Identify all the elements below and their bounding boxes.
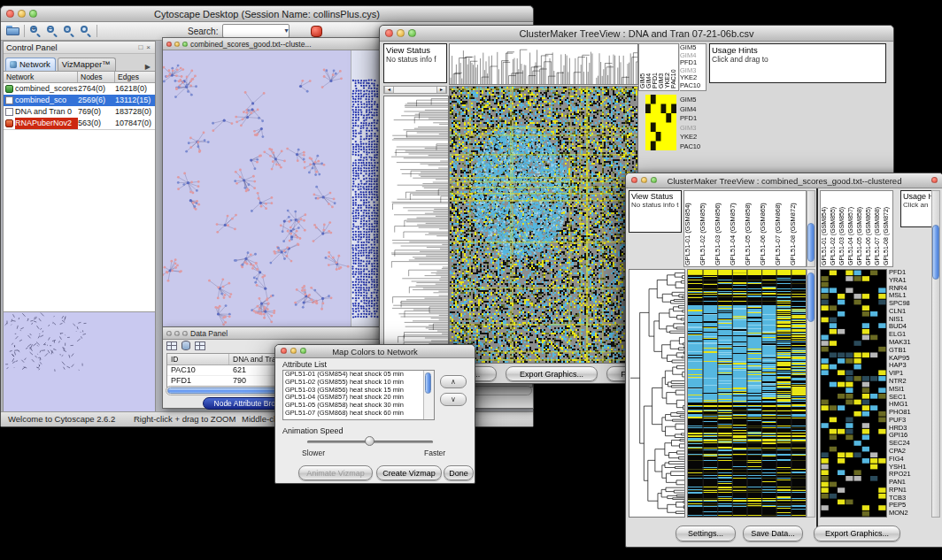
column-label[interactable]: GIM4 [645,44,652,88]
column-label[interactable]: GPL51-08 (GSM872) [883,191,892,265]
vertical-scrollbar[interactable] [807,269,815,518]
slider-thumb[interactable] [365,436,374,446]
delete-attribute-icon[interactable] [195,341,205,350]
search-input[interactable]: ▾ [222,24,290,38]
close-panel-icon[interactable]: × [144,43,152,51]
network-list-row[interactable]: DNA and Tran 0769(0)183728(0) [4,106,155,118]
export-graphics-button[interactable]: Export Graphics... [506,366,598,381]
column-label[interactable]: GPL51-05 (GSM858) [856,191,865,265]
gene-label[interactable]: PFD1 [680,114,710,124]
main-titlebar[interactable]: Cytoscape Desktop (Session Name: collins… [1,6,533,22]
column-label[interactable]: YKE2 [664,44,670,88]
close-button[interactable] [6,10,14,18]
zoom-button[interactable] [408,29,416,37]
column-label[interactable]: GPL51-04 (GSM857) [730,191,745,265]
frame-close-icon[interactable] [166,42,172,47]
animate-vizmap-button[interactable]: Animate Vizmap [298,465,373,480]
column-header-edges[interactable]: Edges [115,72,155,82]
settings-button[interactable]: Settings... [676,525,736,541]
column-label[interactable]: GIM3 [658,44,664,88]
zoom-fit-icon[interactable]: ▫ [63,25,75,37]
column-label[interactable]: GPL51-01 (GSM854) [821,191,830,265]
column-dendrogram-canvas[interactable] [449,43,638,85]
listbox-scrollbar[interactable] [423,371,434,419]
heatmap-canvas[interactable] [449,86,638,364]
frame-zoom-icon[interactable] [182,331,188,336]
close-button[interactable] [281,348,287,354]
create-attribute-icon[interactable] [181,341,190,350]
scroll-left-icon[interactable]: ◂ [384,87,394,93]
frame-minimize-icon[interactable] [174,331,180,336]
column-label[interactable]: PFD1 [652,44,658,88]
create-vizmap-button[interactable]: Create Vizmap [376,465,442,480]
attribute-listbox[interactable]: GPL51-01 (GSM854) heat shock 05 minGPL51… [282,370,435,420]
heatmap-canvas[interactable] [687,269,807,518]
network-list-row[interactable]: RNAPuberNov2563(0)107847(0) [4,118,155,129]
map-colors-titlebar[interactable]: Map Colors to Network [275,345,475,358]
minimize-button[interactable] [18,10,26,18]
scrollbar-thumb[interactable] [807,223,815,262]
close-button[interactable] [631,177,637,183]
row-dendrogram-canvas[interactable] [383,96,449,364]
scroll-right-icon[interactable]: ▸ [436,87,446,93]
float-panel-icon[interactable]: □ [136,43,144,51]
gene-label[interactable]: YKE2 [680,133,710,142]
column-header-id[interactable]: ID [167,354,229,364]
column-label[interactable]: GPL51-04 (GSM857) [847,191,856,265]
vertical-scrollbar[interactable] [807,190,815,267]
column-label[interactable]: GPL51-05 (GSM858) [745,191,760,265]
zoom-button[interactable] [300,348,306,354]
minimize-button[interactable] [641,177,647,183]
done-button[interactable]: Done [444,465,474,480]
column-label[interactable]: GPL51-08 (GSM872) [790,191,805,265]
similarity-matrix-canvas[interactable] [645,95,676,150]
treeview-dna-titlebar[interactable]: ClusterMaker TreeView : DNA and Tran 07-… [380,26,893,42]
gene-label[interactable]: GIM4 [680,105,710,115]
zoom-in-icon[interactable]: + [29,25,42,37]
column-header-nodes[interactable]: Nodes [78,72,115,82]
minimize-button[interactable] [397,29,405,37]
zoom-out-icon[interactable]: − [46,25,58,37]
move-up-button[interactable]: ∧ [440,375,467,388]
magnifier-icon[interactable] [80,25,92,37]
tab-vizmapper[interactable]: VizMapper™ [58,58,116,71]
gene-label[interactable]: PAC10 [680,82,706,90]
column-label[interactable]: GPL51-03 (GSM856) [838,191,847,265]
zoom-button[interactable] [651,177,657,183]
select-attributes-icon[interactable] [166,341,177,350]
open-folder-icon[interactable] [6,26,19,36]
export-graphics-button[interactable]: Export Graphics... [814,525,900,541]
vertical-scrollbar[interactable] [931,190,940,518]
scrollbar-thumb[interactable] [932,225,939,280]
column-label[interactable]: GPL51-07 (GSM868) [874,191,883,265]
move-down-button[interactable]: ∨ [440,393,467,406]
treeview-combined-titlebar[interactable]: ClusterMaker TreeView : combined_scores_… [626,173,942,188]
column-label[interactable]: GPL51-01 (GSM854) [684,191,699,265]
gene-label[interactable]: GIM3 [680,124,710,134]
horizontal-scrollbar[interactable]: ◂ ▸ [383,86,447,94]
error-badge-icon[interactable] [311,26,322,37]
gene-label[interactable]: MON2 [889,510,930,518]
frame-close-icon[interactable] [166,331,172,336]
network-view-titlebar[interactable]: combined_scores_good.txt--cluste... [163,38,380,50]
frame-minimize-icon[interactable] [174,42,180,47]
column-label[interactable]: GPL51-03 (GSM856) [714,191,730,265]
column-label[interactable]: GIM5 [639,44,645,88]
tab-scroll-right-button[interactable]: ▶ [143,63,153,71]
scrollbar-thumb[interactable] [807,272,815,322]
network-list-row[interactable]: combined_scores2764(0)16218(0) [4,83,155,95]
frame-zoom-icon[interactable] [182,42,188,47]
zoom-heatmap-canvas[interactable] [820,269,887,518]
column-label[interactable]: GPL51-07 (GSM868) [775,191,790,265]
column-label[interactable]: GPL51-06 (GSM865) [865,191,874,265]
network-canvas[interactable] [163,50,380,326]
column-label[interactable]: PAC10 [670,44,676,88]
column-label[interactable]: GPL51-06 (GSM865) [760,191,775,265]
close-icon[interactable] [931,177,938,183]
scrollbar-thumb[interactable] [425,372,431,394]
animation-speed-slider[interactable] [307,436,433,447]
row-dendrogram-canvas[interactable] [629,269,685,518]
gene-label[interactable]: PAC10 [680,142,710,152]
column-label[interactable]: GPL51-02 (GSM855) [830,191,838,265]
gene-label[interactable]: GIM5 [680,96,710,105]
